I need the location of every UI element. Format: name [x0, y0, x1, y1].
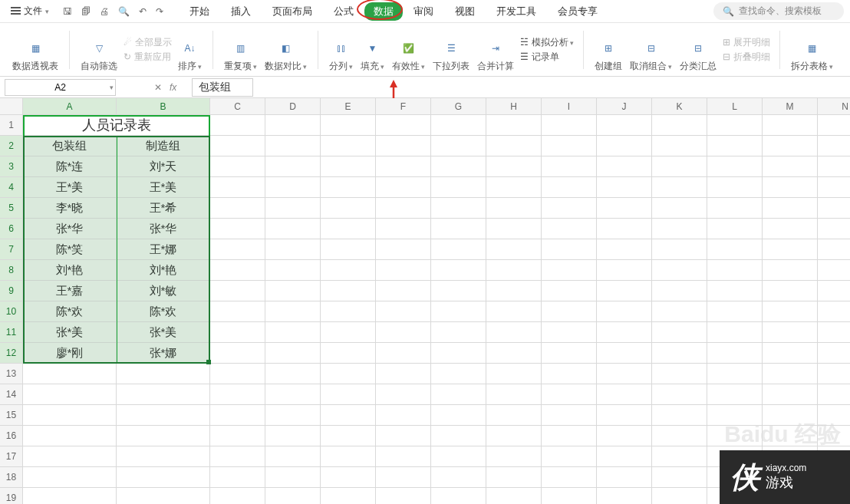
cell-J13[interactable]	[597, 364, 652, 384]
cell-J5[interactable]	[597, 198, 652, 219]
group-button[interactable]: ⊞ 创建组	[593, 27, 624, 73]
cell-C3[interactable]	[210, 156, 265, 177]
cell-K7[interactable]	[652, 239, 707, 260]
cell-M12[interactable]	[763, 343, 818, 364]
col-header-K[interactable]: K	[652, 98, 707, 115]
cell-C18[interactable]	[210, 467, 265, 488]
cell-D12[interactable]	[265, 343, 321, 364]
cell-J9[interactable]	[597, 281, 652, 301]
ungroup-button[interactable]: ⊟ 取消组合	[628, 27, 674, 73]
row-header-7[interactable]: 7	[0, 239, 23, 260]
cell-I18[interactable]	[542, 467, 597, 488]
cell-D2[interactable]	[265, 136, 321, 156]
cell-I5[interactable]	[542, 198, 597, 219]
row-header-1[interactable]: 1	[0, 115, 23, 136]
cell-M4[interactable]	[763, 177, 818, 198]
tab-insert[interactable]: 插入	[220, 2, 262, 21]
cell-F13[interactable]	[376, 364, 431, 384]
cell-K1[interactable]	[652, 115, 707, 136]
cell-L16[interactable]	[707, 426, 763, 446]
cell-L10[interactable]	[707, 301, 763, 322]
consolidate-button[interactable]: ⇥ 合并计算	[476, 27, 516, 73]
tab-data[interactable]: 数据	[364, 2, 403, 21]
cell-F19[interactable]	[376, 488, 431, 504]
row-header-11[interactable]: 11	[0, 322, 23, 343]
cell-I1[interactable]	[542, 115, 597, 136]
cell-N1[interactable]	[818, 115, 850, 136]
cell-A7[interactable]: 陈*笑	[23, 239, 117, 260]
split-table-button[interactable]: ▦ 拆分表格	[789, 27, 835, 73]
cell-B14[interactable]	[117, 384, 210, 405]
cell-N6[interactable]	[818, 219, 850, 239]
col-header-H[interactable]: H	[486, 98, 542, 115]
cell-D5[interactable]	[265, 198, 321, 219]
row-header-9[interactable]: 9	[0, 281, 23, 301]
cancel-icon[interactable]: ✕	[154, 82, 162, 93]
cell-D8[interactable]	[265, 260, 321, 281]
cell-F4[interactable]	[376, 177, 431, 198]
cell-H9[interactable]	[486, 281, 542, 301]
whatif-button[interactable]: ☵模拟分析	[520, 36, 574, 49]
cell-D15[interactable]	[265, 405, 321, 426]
cell-D9[interactable]	[265, 281, 321, 301]
cell-F17[interactable]	[376, 446, 431, 467]
cell-I13[interactable]	[542, 364, 597, 384]
cell-I16[interactable]	[542, 426, 597, 446]
cell-N7[interactable]	[818, 239, 850, 260]
cell-A2[interactable]: 包装组	[23, 136, 117, 156]
cell-B12[interactable]: 张*娜	[117, 343, 210, 364]
cell-N8[interactable]	[818, 260, 850, 281]
cell-M7[interactable]	[763, 239, 818, 260]
cell-D6[interactable]	[265, 219, 321, 239]
cell-D19[interactable]	[265, 488, 321, 504]
cell-E9[interactable]	[321, 281, 376, 301]
cell-E12[interactable]	[321, 343, 376, 364]
row-header-2[interactable]: 2	[0, 136, 23, 156]
cell-H5[interactable]	[486, 198, 542, 219]
cell-J17[interactable]	[597, 446, 652, 467]
cell-B2[interactable]: 制造组	[117, 136, 210, 156]
cell-M15[interactable]	[763, 405, 818, 426]
name-box-input[interactable]	[22, 82, 99, 93]
cell-F8[interactable]	[376, 260, 431, 281]
print-icon[interactable]: 🖨	[100, 6, 109, 17]
cell-K17[interactable]	[652, 446, 707, 467]
cell-E17[interactable]	[321, 446, 376, 467]
row-header-19[interactable]: 19	[0, 488, 23, 504]
cell-F9[interactable]	[376, 281, 431, 301]
save-as-icon[interactable]: 🗐	[81, 6, 91, 17]
cell-K16[interactable]	[652, 426, 707, 446]
tab-formula[interactable]: 公式	[323, 2, 364, 21]
cell-H15[interactable]	[486, 405, 542, 426]
cell-A10[interactable]: 陈*欢	[23, 301, 117, 322]
cell-I19[interactable]	[542, 488, 597, 504]
cell-C8[interactable]	[210, 260, 265, 281]
cell-A19[interactable]	[23, 488, 117, 504]
row-header-6[interactable]: 6	[0, 219, 23, 239]
cell-G11[interactable]	[431, 322, 486, 343]
cell-J1[interactable]	[597, 115, 652, 136]
cell-B6[interactable]: 张*华	[117, 219, 210, 239]
cell-E4[interactable]	[321, 177, 376, 198]
col-header-J[interactable]: J	[597, 98, 652, 115]
cell-E19[interactable]	[321, 488, 376, 504]
cell-C5[interactable]	[210, 198, 265, 219]
cell-F12[interactable]	[376, 343, 431, 364]
cell-B9[interactable]: 刘*敏	[117, 281, 210, 301]
cell-B18[interactable]	[117, 467, 210, 488]
cell-G7[interactable]	[431, 239, 486, 260]
tab-view[interactable]: 视图	[444, 2, 486, 21]
cell-J14[interactable]	[597, 384, 652, 405]
subtotal-button[interactable]: ⊟ 分类汇总	[678, 27, 718, 73]
cell-J3[interactable]	[597, 156, 652, 177]
cell-K15[interactable]	[652, 405, 707, 426]
cell-L11[interactable]	[707, 322, 763, 343]
cell-C7[interactable]	[210, 239, 265, 260]
cell-M8[interactable]	[763, 260, 818, 281]
cell-J6[interactable]	[597, 219, 652, 239]
formula-input[interactable]: 包装组	[192, 78, 253, 97]
cell-F16[interactable]	[376, 426, 431, 446]
cell-G1[interactable]	[431, 115, 486, 136]
cell-I3[interactable]	[542, 156, 597, 177]
cell-G9[interactable]	[431, 281, 486, 301]
